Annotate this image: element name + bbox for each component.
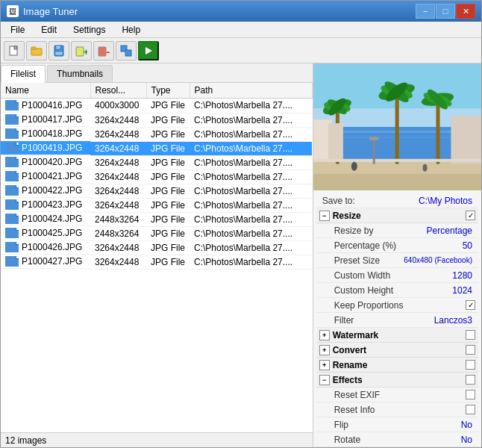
remove-button[interactable]: − (93, 41, 114, 60)
menu-file[interactable]: File (4, 22, 31, 37)
reset-exif-checkbox[interactable] (466, 390, 475, 399)
resize-button[interactable] (116, 41, 137, 60)
section-resize-header[interactable]: − Resize (316, 208, 478, 223)
run-button[interactable] (138, 41, 159, 60)
file-type-cell: JPG File (146, 169, 190, 184)
resize-expand-icon[interactable]: − (319, 211, 330, 221)
resize-by-value[interactable]: Percentage (416, 225, 475, 236)
file-icon (5, 214, 19, 224)
new-button[interactable] (4, 41, 25, 60)
table-row[interactable]: P1000425.JPG2448x3264JPG FileC:\Photos\M… (1, 226, 312, 240)
menu-settings[interactable]: Settings (66, 22, 112, 37)
resize-icon (120, 45, 132, 57)
table-row[interactable]: P1000426.JPG3264x2448JPG FileC:\Photos\M… (1, 240, 312, 255)
open-icon (31, 45, 43, 57)
svg-rect-35 (328, 123, 343, 161)
svg-point-40 (351, 162, 357, 171)
col-path[interactable]: Path (190, 83, 312, 99)
tab-filelist[interactable]: Filelist (1, 65, 46, 83)
flip-value[interactable]: No (416, 420, 475, 430)
col-type[interactable]: Type (146, 83, 190, 99)
table-row[interactable]: P1000424.JPG2448x3264JPG FileC:\Photos\M… (1, 212, 312, 226)
file-name-cell: P1000416.JPG (1, 99, 90, 113)
add-files-icon: + (75, 45, 87, 57)
custom-width-value[interactable]: 1280 (416, 270, 475, 281)
watermark-section-title: Watermark (333, 330, 466, 340)
effects-expand-icon[interactable]: − (319, 375, 330, 385)
percentage-value[interactable]: 50 (416, 240, 475, 251)
resize-checkbox[interactable] (466, 211, 475, 220)
preset-size-value[interactable]: 640x480 (Facebook) (404, 256, 475, 264)
rename-expand-icon[interactable]: + (319, 360, 330, 370)
left-panel: Filelist Thumbnails Name Resol... Type P… (1, 63, 313, 447)
col-name[interactable]: Name (1, 83, 90, 99)
svg-rect-19 (313, 174, 481, 190)
file-name-cell: P1000417.JPG (1, 113, 90, 127)
flip-label: Flip (331, 420, 416, 430)
table-row[interactable]: P1000421.JPG3264x2448JPG FileC:\Photos\M… (1, 169, 312, 184)
effects-section-content: Reset EXIF Reset Info Flip No Rotate No (316, 388, 478, 447)
watermark-checkbox[interactable] (466, 330, 475, 340)
table-row[interactable]: P1000419.JPG3264x2448JPG FileC:\Photos\M… (1, 141, 312, 155)
rename-checkbox[interactable] (466, 360, 475, 370)
table-row[interactable]: P1000423.JPG3264x2448JPG FileC:\Photos\M… (1, 198, 312, 212)
file-path-cell: C:\Photos\Marbella 27.... (190, 169, 312, 184)
file-name-text: P1000420.JPG (22, 157, 82, 167)
flip-row: Flip No (316, 417, 478, 432)
keep-proportions-label: Keep Proportions (331, 300, 466, 311)
effects-checkbox[interactable] (466, 375, 475, 385)
convert-section-title: Convert (333, 345, 466, 355)
add-files-button[interactable]: + (71, 41, 92, 60)
file-list[interactable]: Name Resol... Type Path P1000416.JPG4000… (1, 83, 313, 432)
keep-proportions-row: Keep Proportions (316, 298, 478, 313)
convert-expand-icon[interactable]: + (319, 345, 330, 355)
watermark-expand-icon[interactable]: + (319, 330, 330, 340)
section-convert-header[interactable]: + Convert (316, 343, 478, 358)
table-row[interactable]: P1000418.JPG3264x2448JPG FileC:\Photos\M… (1, 127, 312, 141)
custom-height-value[interactable]: 1024 (416, 285, 475, 296)
col-resolution[interactable]: Resol... (90, 83, 146, 99)
keep-proportions-checkbox[interactable] (466, 300, 475, 310)
rotate-label: Rotate (331, 435, 416, 445)
file-resolution-cell: 3264x2448 (90, 113, 146, 127)
minimize-button[interactable]: − (416, 4, 435, 19)
section-rename-header[interactable]: + Rename (316, 358, 478, 373)
menu-edit[interactable]: Edit (34, 22, 63, 37)
file-name-text: P1000426.JPG (22, 242, 82, 252)
svg-rect-2 (31, 47, 36, 49)
custom-height-row: Custom Height 1024 (316, 283, 478, 298)
maximize-button[interactable]: □ (436, 4, 455, 19)
file-path-cell: C:\Photos\Marbella 27.... (190, 198, 312, 212)
convert-checkbox[interactable] (466, 345, 475, 355)
resize-by-label: Resize by (331, 225, 416, 236)
filter-value[interactable]: Lanczos3 (416, 315, 475, 326)
section-watermark-header[interactable]: + Watermark (316, 328, 478, 343)
title-bar: 🖼 Image Tuner − □ ✕ (1, 1, 481, 22)
save-to-value[interactable]: C:\My Photos (416, 196, 475, 206)
file-path-cell: C:\Photos\Marbella 27.... (190, 141, 312, 155)
file-resolution-cell: 3264x2448 (90, 240, 146, 255)
file-name-cell: P1000427.JPG (1, 255, 90, 269)
table-row[interactable]: P1000422.JPG3264x2448JPG FileC:\Photos\M… (1, 184, 312, 198)
tab-thumbnails[interactable]: Thumbnails (47, 65, 113, 82)
rotate-value[interactable]: No (416, 435, 475, 445)
file-name-text: P1000418.JPG (22, 128, 82, 139)
table-row[interactable]: P1000427.JPG3264x2448JPG FileC:\Photos\M… (1, 255, 312, 269)
file-resolution-cell: 3264x2448 (90, 127, 146, 141)
save-icon (53, 45, 65, 57)
table-row[interactable]: P1000417.JPG3264x2448JPG FileC:\Photos\M… (1, 113, 312, 127)
save-button[interactable] (48, 41, 69, 60)
file-type-cell: JPG File (146, 184, 190, 198)
menu-help[interactable]: Help (115, 22, 147, 37)
table-row[interactable]: P1000416.JPG4000x3000JPG FileC:\Photos\M… (1, 99, 312, 113)
section-effects-header[interactable]: − Effects (316, 373, 478, 388)
properties-panel: Save to: C:\My Photos − Resize Resize by… (313, 190, 481, 447)
close-button[interactable]: ✕ (456, 4, 475, 19)
file-name-text: P1000427.JPG (22, 256, 82, 267)
file-type-cell: JPG File (146, 155, 190, 169)
reset-info-checkbox[interactable] (466, 405, 475, 414)
open-button[interactable] (26, 41, 47, 60)
table-row[interactable]: P1000420.JPG3264x2448JPG FileC:\Photos\M… (1, 155, 312, 169)
svg-rect-6 (76, 47, 84, 56)
file-name-text: P1000422.JPG (22, 185, 82, 196)
